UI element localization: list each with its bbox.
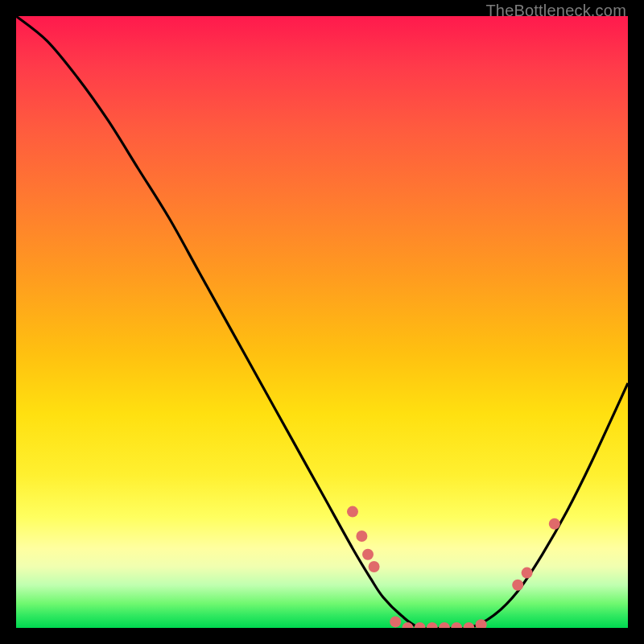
highlight-dot	[427, 622, 438, 628]
highlight-dot	[390, 616, 401, 627]
highlight-dot	[463, 622, 474, 628]
highlight-dot	[356, 530, 367, 542]
chart-svg	[16, 16, 628, 628]
highlight-dots-group	[347, 506, 560, 628]
curve-group	[16, 16, 628, 628]
highlight-dot	[347, 506, 358, 518]
highlight-dot	[522, 568, 533, 579]
bottleneck-curve	[16, 16, 628, 628]
highlight-dot	[439, 622, 450, 628]
highlight-dot	[362, 549, 374, 560]
highlight-dot	[415, 622, 426, 628]
highlight-dot	[512, 580, 523, 591]
highlight-dot	[451, 622, 462, 628]
chart-frame	[16, 16, 628, 628]
highlight-dot	[369, 561, 380, 572]
highlight-dot	[549, 518, 560, 530]
